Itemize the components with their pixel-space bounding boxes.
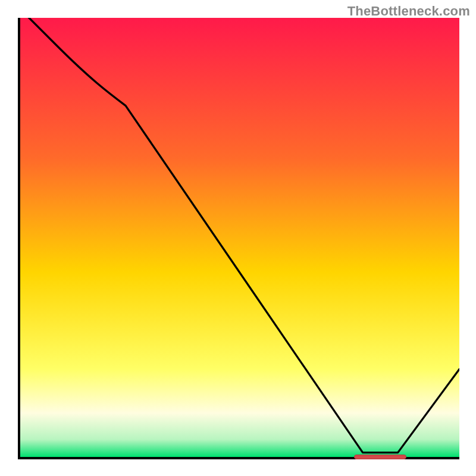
chart-container: TheBottleneck.com [0, 0, 476, 476]
optimal-range-marker [354, 455, 407, 459]
chart-svg [20, 18, 459, 457]
plot-area [18, 18, 459, 459]
watermark-text: TheBottleneck.com [347, 4, 470, 19]
gradient-background [20, 18, 459, 457]
